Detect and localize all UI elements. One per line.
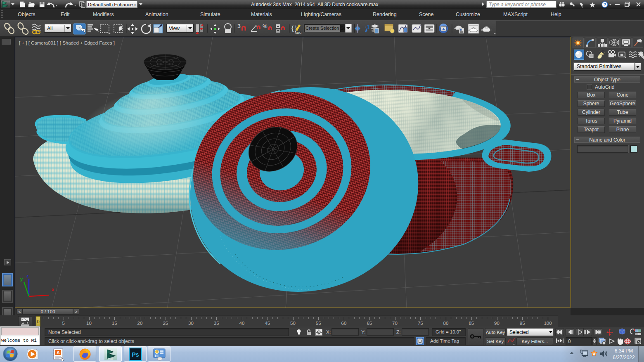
svg-text:z: z (26, 273, 29, 278)
svg-text:ABC: ABC (295, 31, 302, 35)
svg-text:%: % (263, 23, 268, 29)
svg-text:Ps: Ps (132, 351, 139, 358)
svg-text:x: x (52, 287, 54, 292)
svg-text:Create Selection Se: Create Selection Se (305, 26, 346, 31)
svg-text:1: 1 (367, 24, 370, 31)
svg-text:3: 3 (237, 23, 241, 29)
svg-text:max: max (108, 357, 114, 360)
svg-text:{: { (291, 25, 294, 32)
svg-text:View: View (169, 26, 180, 31)
svg-text:?: ? (604, 2, 606, 7)
svg-text:All: All (47, 26, 52, 31)
svg-text:y: y (20, 277, 23, 282)
svg-text:[ + ] [ Camera001 ] [ Shaded +: [ + ] [ Camera001 ] [ Shaded + Edged Fac… (19, 40, 115, 45)
svg-text:A: A (57, 350, 60, 355)
